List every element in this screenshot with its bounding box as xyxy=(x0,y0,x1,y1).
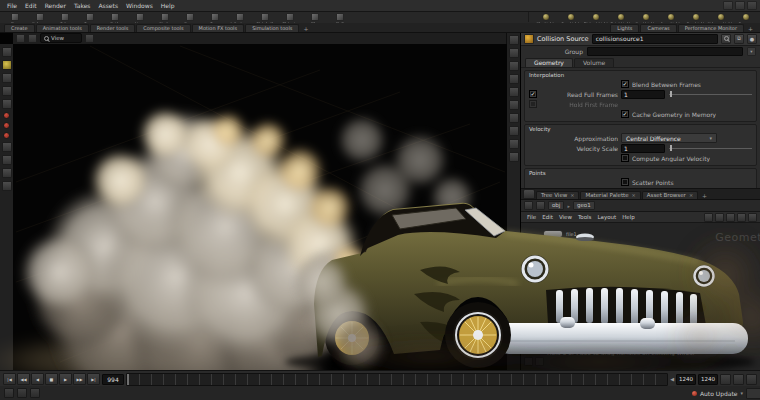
display-option-icon[interactable] xyxy=(509,152,519,162)
expand-pane-icon[interactable]: ⧉ xyxy=(734,34,744,44)
breadcrumb-geo[interactable]: geo1 xyxy=(573,201,595,210)
add-shelf-tab-button[interactable]: + xyxy=(300,25,311,32)
context-help-icon[interactable] xyxy=(30,388,40,398)
compute-angular-velocity-checkbox[interactable] xyxy=(621,154,629,162)
grid-icon[interactable] xyxy=(726,213,735,222)
pane-tab[interactable]: Material Palette× xyxy=(580,191,640,200)
snapshot-icon[interactable] xyxy=(411,52,422,63)
approximation-dropdown[interactable]: Central Difference xyxy=(621,133,717,143)
shelf-tab[interactable]: Animation tools xyxy=(36,24,89,32)
menu-item[interactable]: Render xyxy=(41,2,70,9)
viewport-mode-field[interactable]: View xyxy=(40,33,82,43)
group-input[interactable] xyxy=(587,47,743,56)
timeline-ruler[interactable] xyxy=(126,373,668,386)
layout-nodes-icon[interactable] xyxy=(737,213,746,222)
menu-item[interactable]: Assets xyxy=(94,2,122,9)
node-name-field[interactable]: collisionsource1 xyxy=(592,34,718,44)
network-menu-item[interactable]: Layout xyxy=(595,214,620,220)
network-menu-item[interactable]: Edit xyxy=(539,214,556,220)
shelf-tab[interactable]: Simulation tools xyxy=(245,24,299,32)
pane-split-icon[interactable] xyxy=(523,189,535,199)
network-menu-item[interactable]: View xyxy=(556,214,575,220)
scene-viewport[interactable]: View persp1 No cam xyxy=(0,32,520,370)
scatter-points-checkbox[interactable] xyxy=(621,178,629,186)
shelf-tab[interactable]: Render tools xyxy=(90,24,135,32)
close-tab-icon[interactable]: × xyxy=(632,193,636,199)
forward-arrow-icon[interactable] xyxy=(536,201,545,210)
network-editor[interactable]: Geometry file1 Hold 6 or Pad0 to drag ha… xyxy=(521,223,760,370)
network-menu-item[interactable]: File xyxy=(524,214,539,220)
viewport-tool-icon[interactable] xyxy=(2,99,12,109)
transport-button[interactable]: ▶| xyxy=(87,373,100,385)
cache-geometry-checkbox[interactable] xyxy=(621,110,629,118)
message-log-icon[interactable] xyxy=(4,388,14,398)
network-node[interactable]: file1 xyxy=(543,230,577,238)
display-option-icon[interactable] xyxy=(509,100,519,110)
camera-pill[interactable]: No cam xyxy=(465,53,502,63)
viewport-tool-icon[interactable] xyxy=(3,112,10,119)
display-option-icon[interactable] xyxy=(509,61,519,71)
viewport-tool-icon[interactable] xyxy=(2,155,12,165)
display-option-icon[interactable] xyxy=(509,126,519,136)
viewport-tool-icon[interactable] xyxy=(2,47,12,57)
viewport-tool-icon[interactable] xyxy=(2,142,12,152)
display-option-icon[interactable] xyxy=(509,87,519,97)
color-palette-icon[interactable] xyxy=(748,213,757,222)
close-tab-icon[interactable]: × xyxy=(689,193,693,199)
network-menu-item[interactable]: Help xyxy=(619,214,638,220)
hold-first-frame-enable-checkbox[interactable] xyxy=(529,100,537,108)
range-end-field[interactable]: 1240 xyxy=(698,374,718,385)
search-parms-icon[interactable] xyxy=(721,34,731,44)
network-menu-item[interactable]: Tools xyxy=(575,214,595,220)
range-start-field[interactable]: 1240 xyxy=(676,374,696,385)
zoom-in-icon[interactable] xyxy=(524,357,533,366)
loop-mode-icon[interactable] xyxy=(720,374,731,385)
viewport-tool-icon[interactable] xyxy=(3,132,10,139)
menu-item[interactable]: Help xyxy=(157,2,179,9)
menu-item[interactable]: Edit xyxy=(21,2,41,9)
add-shelf-tab-button[interactable]: + xyxy=(745,25,756,32)
velocity-scale-input[interactable]: 1 xyxy=(621,144,665,153)
display-option-icon[interactable] xyxy=(509,48,519,58)
zoom-out-icon[interactable] xyxy=(535,357,544,366)
shelf-tab[interactable]: Create xyxy=(4,24,35,32)
velocity-scale-slider[interactable] xyxy=(668,144,754,152)
cook-mode-dropdown[interactable]: Auto Update xyxy=(700,390,743,397)
pane-tab[interactable]: Tree View× xyxy=(536,191,579,200)
transport-button[interactable]: ▶▶ xyxy=(73,373,86,385)
shelf-tab[interactable]: Composite tools xyxy=(136,24,190,32)
toolbar-icon[interactable] xyxy=(747,1,757,10)
menu-item[interactable]: Takes xyxy=(70,2,94,9)
display-option-icon[interactable] xyxy=(509,113,519,123)
viewport-tool-icon[interactable] xyxy=(2,60,12,70)
view-name-pill[interactable]: persp1 xyxy=(426,53,461,63)
shelf-tab[interactable]: Performance Monitor xyxy=(678,24,744,32)
gear-icon[interactable]: ● xyxy=(747,34,757,44)
toolbar-icon[interactable] xyxy=(723,1,733,10)
transport-button[interactable]: ■ xyxy=(45,373,58,385)
help-flag-icon[interactable] xyxy=(17,388,27,398)
read-full-frames-slider[interactable] xyxy=(668,90,754,98)
display-option-icon[interactable] xyxy=(509,74,519,84)
transport-button[interactable]: |◀ xyxy=(3,373,16,385)
menu-item[interactable]: File xyxy=(3,2,21,9)
viewport-tool-icon[interactable] xyxy=(2,73,12,83)
anim-options-icon[interactable] xyxy=(746,374,757,385)
toolbar-icon[interactable] xyxy=(735,1,745,10)
select-mode-icon[interactable] xyxy=(16,34,25,43)
pane-tab[interactable]: Asset Browser× xyxy=(642,191,698,200)
selection-filter-icon[interactable] xyxy=(85,34,94,43)
group-picker-icon[interactable]: ▾ xyxy=(747,47,756,56)
memory-monitor[interactable] xyxy=(746,388,760,399)
viewport-tool-icon[interactable] xyxy=(2,86,12,96)
display-option-icon[interactable] xyxy=(509,139,519,149)
add-pane-tab-button[interactable]: + xyxy=(699,192,710,199)
viewport-tool-icon[interactable] xyxy=(2,181,12,191)
transport-button[interactable]: ◀ xyxy=(31,373,44,385)
transport-button[interactable]: ◀◀ xyxy=(17,373,30,385)
secure-selection-icon[interactable] xyxy=(28,34,37,43)
read-full-frames-input[interactable]: 1 xyxy=(621,90,665,99)
realtime-toggle-icon[interactable] xyxy=(733,374,744,385)
range-arrow-icon[interactable]: ◀ xyxy=(670,376,674,382)
close-tab-icon[interactable]: × xyxy=(570,193,574,199)
